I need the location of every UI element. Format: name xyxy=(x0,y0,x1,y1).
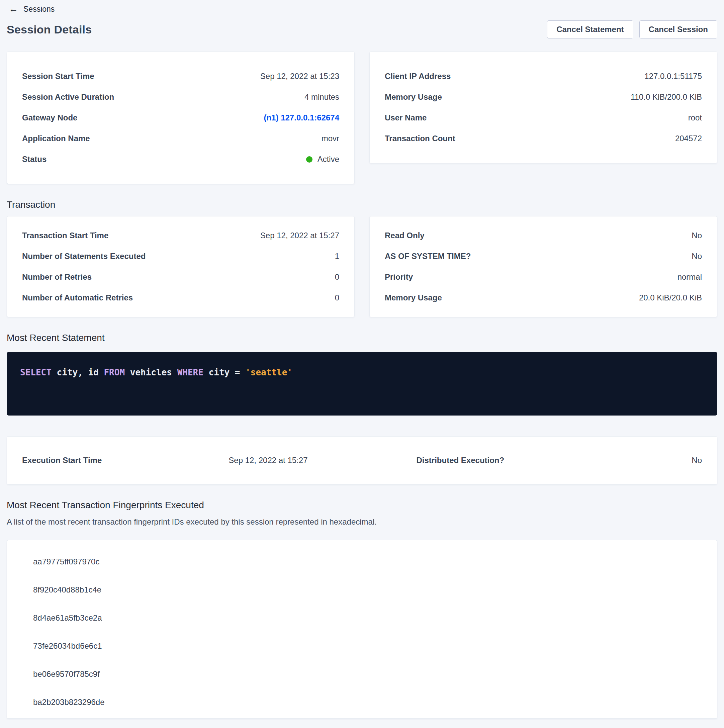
transaction-count-row: Transaction Count 204572 xyxy=(385,128,702,149)
transaction-start-time-row: Transaction Start Time Sep 12, 2022 at 1… xyxy=(22,225,339,246)
execution-start-time-row: Execution Start Time Sep 12, 2022 at 15:… xyxy=(22,456,358,465)
page-header: Session Details Cancel Statement Cancel … xyxy=(7,19,717,40)
row-label: Session Start Time xyxy=(22,72,94,81)
row-label: Memory Usage xyxy=(385,293,442,303)
sql-statement-box: SELECT city, id FROM vehicles WHERE city… xyxy=(7,352,717,416)
row-label: Priority xyxy=(385,272,413,282)
session-summary-card-left: Session Start Time Sep 12, 2022 at 15:23… xyxy=(7,52,355,184)
row-value: 20.0 KiB/20.0 KiB xyxy=(639,293,702,303)
arrow-left-icon: ← xyxy=(9,5,18,14)
session-active-duration-row: Session Active Duration 4 minutes xyxy=(22,87,339,107)
row-value: 110.0 KiB/200.0 KiB xyxy=(631,92,702,102)
row-label: Number of Automatic Retries xyxy=(22,293,133,303)
distributed-execution-row: Distributed Execution? No xyxy=(358,456,702,465)
transaction-card-left: Transaction Start Time Sep 12, 2022 at 1… xyxy=(7,216,355,317)
row-value: Sep 12, 2022 at 15:23 xyxy=(260,72,339,81)
gateway-node-link[interactable]: (n1) 127.0.0.1:62674 xyxy=(264,113,339,122)
row-value: 1 xyxy=(335,252,339,261)
row-label: Number of Statements Executed xyxy=(22,252,145,261)
row-label: Execution Start Time xyxy=(22,456,102,465)
row-value: 127.0.0.1:51175 xyxy=(644,72,702,81)
fingerprints-description: A list of the most recent transaction fi… xyxy=(7,517,717,527)
session-summary-section: Session Start Time Sep 12, 2022 at 15:23… xyxy=(7,52,717,184)
session-details-page: ← Sessions Session Details Cancel Statem… xyxy=(0,0,724,728)
sql-text: vehicles xyxy=(125,367,177,378)
sql-text: city, id xyxy=(52,367,104,378)
automatic-retries-row: Number of Automatic Retries 0 xyxy=(22,288,339,308)
sql-keyword: SELECT xyxy=(20,367,52,378)
fingerprint-list-item: 8d4ae61a5fb3ce2a xyxy=(33,604,702,632)
row-label: Client IP Address xyxy=(385,72,451,81)
status-row: Status Active xyxy=(22,149,339,170)
row-label: Transaction Start Time xyxy=(22,231,109,240)
sql-text: city = xyxy=(204,367,245,378)
client-ip-address-row: Client IP Address 127.0.0.1:51175 xyxy=(385,66,702,87)
read-only-row: Read Only No xyxy=(385,225,702,246)
fingerprint-list-item: be06e9570f785c9f xyxy=(33,660,702,688)
sql-keyword: WHERE xyxy=(177,367,204,378)
statement-section-heading: Most Recent Statement xyxy=(7,333,717,343)
row-label: Memory Usage xyxy=(385,92,442,102)
row-label: Gateway Node xyxy=(22,113,77,122)
fingerprint-id: 8d4ae61a5fb3ce2a xyxy=(33,613,102,622)
row-value: 0 xyxy=(335,272,339,282)
status-text: Active xyxy=(317,154,339,164)
session-start-time-row: Session Start Time Sep 12, 2022 at 15:23 xyxy=(22,66,339,87)
fingerprint-id: ba2b203b823296de xyxy=(33,697,105,707)
row-label: Transaction Count xyxy=(385,134,455,143)
row-value: 204572 xyxy=(675,134,702,143)
row-value: 4 minutes xyxy=(305,92,339,102)
priority-row: Priority normal xyxy=(385,267,702,288)
application-name-row: Application Name movr xyxy=(22,128,339,149)
transaction-section: Transaction Start Time Sep 12, 2022 at 1… xyxy=(7,216,717,317)
fingerprint-id: 8f920c40d88b1c4e xyxy=(33,585,101,595)
row-label: Status xyxy=(22,154,46,164)
transaction-card-right: Read Only No AS OF SYSTEM TIME? No Prior… xyxy=(369,216,717,317)
transaction-section-heading: Transaction xyxy=(7,199,717,210)
fingerprint-list-item: ba2b203b823296de xyxy=(33,688,702,716)
fingerprint-list-item: aa79775ff097970c xyxy=(33,548,702,576)
number-of-retries-row: Number of Retries 0 xyxy=(22,267,339,288)
sql-statement: SELECT city, id FROM vehicles WHERE city… xyxy=(20,367,292,378)
session-summary-card-right: Client IP Address 127.0.0.1:51175 Memory… xyxy=(369,52,717,163)
row-label: AS OF SYSTEM TIME? xyxy=(385,252,471,261)
row-value: No xyxy=(692,231,702,240)
row-value: No xyxy=(692,252,702,261)
fingerprint-id: aa79775ff097970c xyxy=(33,557,99,566)
row-value: No xyxy=(692,456,702,465)
breadcrumb-sessions-link[interactable]: Sessions xyxy=(23,5,55,14)
row-value: normal xyxy=(678,272,702,282)
memory-usage-row: Memory Usage 110.0 KiB/200.0 KiB xyxy=(385,87,702,107)
row-label: Read Only xyxy=(385,231,425,240)
statements-executed-row: Number of Statements Executed 1 xyxy=(22,246,339,267)
row-label: Distributed Execution? xyxy=(416,456,505,465)
fingerprints-section-heading: Most Recent Transaction Fingerprints Exe… xyxy=(7,500,717,511)
sql-keyword: FROM xyxy=(104,367,125,378)
gateway-node-row: Gateway Node (n1) 127.0.0.1:62674 xyxy=(22,107,339,128)
execution-details-card: Execution Start Time Sep 12, 2022 at 15:… xyxy=(7,436,717,485)
fingerprint-list-item: 73fe26034bd6e6c1 xyxy=(33,632,702,660)
cancel-session-button[interactable]: Cancel Session xyxy=(639,20,717,38)
status-badge: Active xyxy=(306,154,339,164)
fingerprint-list-item: 8f920c40d88b1c4e xyxy=(33,576,702,604)
breadcrumb[interactable]: ← Sessions xyxy=(7,0,57,15)
transaction-memory-usage-row: Memory Usage 20.0 KiB/20.0 KiB xyxy=(385,288,702,308)
row-value: root xyxy=(688,113,702,122)
row-label: User Name xyxy=(385,113,427,122)
fingerprints-card: aa79775ff097970c 8f920c40d88b1c4e 8d4ae6… xyxy=(7,540,717,719)
row-value: movr xyxy=(321,134,339,143)
status-active-dot-icon xyxy=(306,156,312,163)
fingerprint-id: be06e9570f785c9f xyxy=(33,670,100,679)
sql-string-literal: 'seattle' xyxy=(245,367,292,378)
user-name-row: User Name root xyxy=(385,107,702,128)
row-label: Application Name xyxy=(22,134,90,143)
row-label: Number of Retries xyxy=(22,272,92,282)
row-value: Sep 12, 2022 at 15:27 xyxy=(260,231,339,240)
header-actions: Cancel Statement Cancel Session xyxy=(547,20,717,38)
fingerprint-id: 73fe26034bd6e6c1 xyxy=(33,641,102,651)
row-value: 0 xyxy=(335,293,339,303)
as-of-system-time-row: AS OF SYSTEM TIME? No xyxy=(385,246,702,267)
page-title: Session Details xyxy=(7,23,92,36)
cancel-statement-button[interactable]: Cancel Statement xyxy=(547,20,633,38)
row-label: Session Active Duration xyxy=(22,92,114,102)
